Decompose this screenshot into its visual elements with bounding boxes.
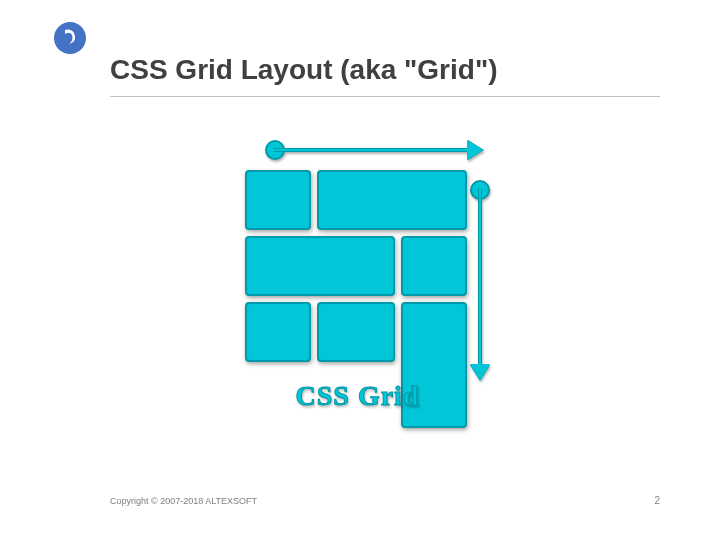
vertical-arrow-icon bbox=[468, 180, 492, 380]
copyright-text: Copyright © 2007-2018 ALTEXSOFT bbox=[110, 496, 257, 506]
title-divider bbox=[110, 96, 660, 97]
page-title: CSS Grid Layout (aka "Grid") bbox=[110, 54, 498, 86]
brand-logo bbox=[50, 20, 90, 60]
grid-boxes-icon bbox=[245, 170, 470, 370]
horizontal-arrow-icon bbox=[265, 138, 483, 162]
svg-point-0 bbox=[54, 22, 86, 54]
illustration-caption: CSS Grid bbox=[245, 380, 470, 412]
page-number: 2 bbox=[654, 495, 660, 506]
css-grid-illustration: CSS Grid bbox=[235, 130, 495, 440]
